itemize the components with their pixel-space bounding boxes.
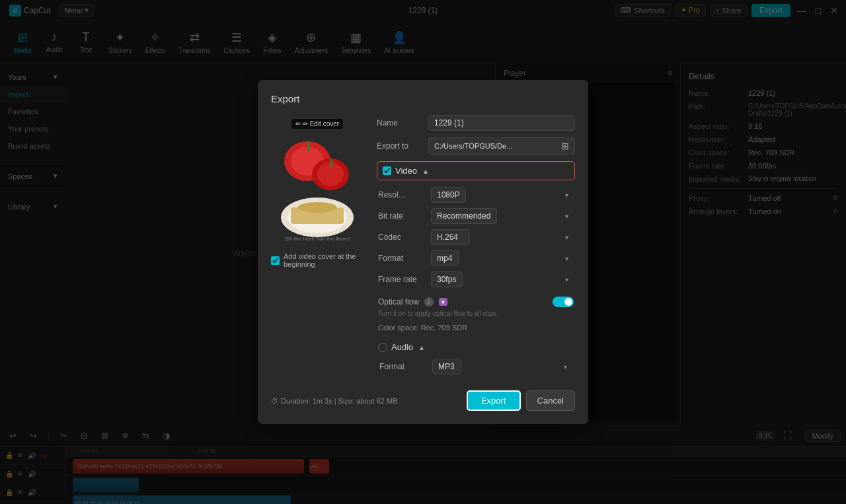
add-cover-label: Add video cover at the beginning	[284, 252, 364, 268]
optical-flow-info-icon[interactable]: i	[424, 297, 434, 306]
modal-title: Export	[271, 93, 575, 104]
optical-flow-label: Optical flow	[378, 297, 419, 306]
cover-watermark: Stir the heat! Fan the flame!	[285, 236, 350, 242]
format-label: Format	[378, 254, 431, 263]
modal-body: ✏ ✏ Edit cover Stir the heat! Fan the fl…	[271, 115, 575, 380]
optical-flow-toggle[interactable]	[553, 297, 574, 307]
export-modal: Export	[258, 80, 588, 424]
audio-format-label: Format	[379, 362, 432, 371]
optical-flow-pro-badge: ♦	[439, 298, 447, 306]
resolution-select[interactable]: 1080P 720P 480P 4K	[431, 187, 466, 203]
framerate-row: Frame rate 30fps 24fps 60fps	[377, 271, 575, 287]
pencil-icon: ✏	[295, 120, 301, 127]
bitrate-select[interactable]: Recommended High Medium Low	[431, 208, 497, 224]
cover-image: ✏ ✏ Edit cover Stir the heat! Fan the fl…	[271, 115, 364, 247]
resolution-label: Resol…	[378, 190, 431, 199]
path-input[interactable]	[434, 142, 557, 150]
framerate-label: Frame rate	[378, 275, 431, 284]
audio-format-select[interactable]: MP3 AAC WAV	[432, 359, 461, 375]
duration-text: Duration: 1m 3s | Size: about 62 MB	[281, 397, 398, 405]
codec-label: Codec	[378, 233, 431, 242]
audio-settings-section: Audio ▴ Format MP3 AAC WAV	[377, 342, 575, 375]
audio-collapse-icon[interactable]: ▴	[420, 343, 424, 352]
video-collapse-icon[interactable]: ▴	[424, 166, 428, 176]
format-select[interactable]: mp4 mov avi	[431, 250, 459, 266]
cover-checkbox-row: Add video cover at the beginning	[271, 252, 364, 268]
resolution-select-wrap: 1080P 720P 480P 4K	[431, 187, 574, 203]
svg-point-8	[297, 202, 337, 213]
path-input-wrap: ⊞	[428, 137, 575, 155]
export-to-row: Export to ⊞	[377, 137, 575, 155]
color-space-row: Color space: Rec. 709 SDR	[377, 321, 575, 334]
framerate-select-wrap: 30fps 24fps 60fps	[431, 271, 574, 287]
audio-section-label: Audio	[391, 342, 413, 352]
resolution-row: Resol… 1080P 720P 480P 4K	[377, 187, 575, 203]
export-to-label: Export to	[377, 141, 423, 151]
optical-flow-desc: Turn it on to apply optical flow to all …	[378, 310, 498, 317]
add-cover-checkbox[interactable]	[271, 256, 280, 265]
video-enabled-checkbox[interactable]	[383, 166, 391, 175]
edit-cover-button[interactable]: ✏ ✏ Edit cover	[291, 119, 343, 129]
framerate-select[interactable]: 30fps 24fps 60fps	[431, 271, 463, 287]
duration-icon: ⏱	[271, 397, 278, 405]
audio-format-select-wrap: MP3 AAC WAV	[432, 359, 572, 375]
modal-footer: ⏱ Duration: 1m 3s | Size: about 62 MB Ex…	[271, 390, 575, 411]
bitrate-select-wrap: Recommended High Medium Low	[431, 208, 574, 224]
codec-select[interactable]: H.264 H.265 ProRes	[431, 229, 470, 245]
codec-select-wrap: H.264 H.265 ProRes	[431, 229, 574, 245]
cover-thumbnail	[271, 115, 364, 247]
name-label: Name	[377, 118, 423, 127]
optical-flow-top: Optical flow i ♦	[378, 297, 574, 307]
duration-info: ⏱ Duration: 1m 3s | Size: about 62 MB	[271, 397, 398, 405]
video-section-label: Video	[395, 166, 417, 176]
codec-row: Codec H.264 H.265 ProRes	[377, 229, 575, 245]
name-row: Name	[377, 115, 575, 131]
bitrate-label: Bit rate	[378, 211, 431, 221]
browse-folder-button[interactable]: ⊞	[561, 141, 569, 151]
audio-settings-header: Audio ▴	[378, 342, 574, 352]
toggle-knob	[564, 298, 572, 306]
video-settings-header: Video ▴	[377, 161, 575, 180]
audio-circle-icon	[378, 343, 387, 352]
name-input[interactable]	[428, 115, 575, 131]
bitrate-row: Bit rate Recommended High Medium Low	[377, 208, 575, 224]
cancel-button[interactable]: Cancel	[526, 390, 575, 411]
form-area: Name Export to ⊞ Video ▴	[377, 115, 575, 380]
modal-actions: Export Cancel	[467, 390, 575, 411]
format-row: Format mp4 mov avi	[377, 250, 575, 266]
modal-overlay: Export	[0, 0, 846, 504]
video-settings-section: Video ▴ Resol… 1080P 720P 480P 4K	[377, 161, 575, 334]
export-button[interactable]: Export	[467, 390, 521, 411]
optical-flow-row: Optical flow i ♦ Turn it on to apply opt…	[377, 293, 575, 321]
format-select-wrap: mp4 mov avi	[431, 250, 574, 266]
svg-point-4	[317, 162, 344, 186]
cover-area: ✏ ✏ Edit cover Stir the heat! Fan the fl…	[271, 115, 364, 380]
audio-format-row: Format MP3 AAC WAV	[378, 359, 574, 375]
